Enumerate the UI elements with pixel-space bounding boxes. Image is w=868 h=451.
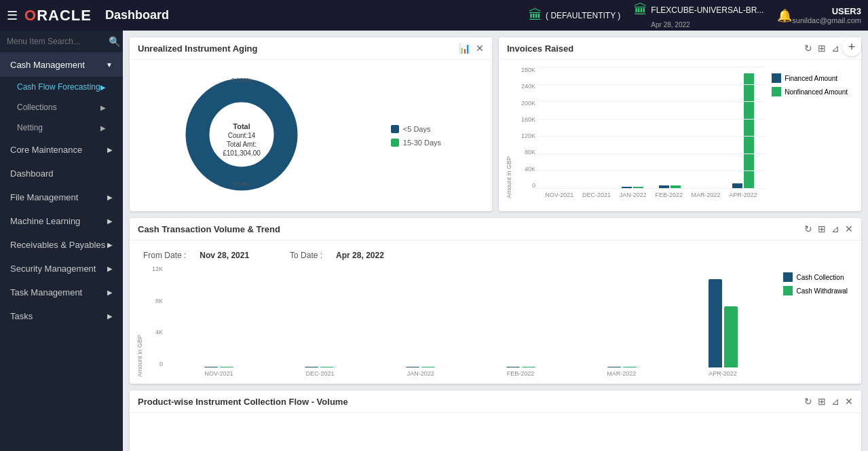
- nonfinanced-color: [772, 87, 781, 96]
- sidebar-item-tasks[interactable]: Tasks ▶: [0, 304, 123, 328]
- close-icon[interactable]: ✕: [476, 43, 484, 54]
- entity1-block[interactable]: 🏛 ( DEFAULTENTITY ): [529, 7, 620, 23]
- cash-management-arrow: ▼: [106, 61, 113, 69]
- filter-icon-ct[interactable]: ⊿: [831, 223, 839, 234]
- cash-collection-label: Cash Collection: [796, 274, 844, 281]
- close-icon-ct[interactable]: ✕: [845, 223, 853, 234]
- invoices-y-axis-label: Amount in GBP: [506, 67, 512, 198]
- product-wise-widget: Product-wise Instrument Collection Flow …: [130, 391, 861, 451]
- search-input[interactable]: [7, 37, 109, 46]
- machine-learning-arrow: ▶: [107, 217, 113, 225]
- entity2-block[interactable]: 🏛 FLEXCUBE-UNIVERSAL-BR... Apr 28, 2022: [634, 2, 763, 29]
- unrealized-aging-header: Unrealized Instrument Aging 📊 ✕: [130, 37, 492, 60]
- donut-container: 0.198% Total Count:14 Total Amt: £101,30…: [136, 67, 485, 204]
- sidebar-item-security-management[interactable]: Security Management ▶: [0, 257, 123, 281]
- bar-jan2022-ct: [406, 367, 435, 367]
- ct-y-axis-label: Amount in GBP: [136, 266, 143, 377]
- bar-withdrawal-jan: [421, 367, 435, 367]
- close-icon-pw[interactable]: ✕: [845, 396, 853, 407]
- x-mar2022-ct: MAR-2022: [607, 370, 636, 377]
- add-widget-button[interactable]: +: [842, 37, 861, 56]
- x-apr2022-ct: APR-2022: [709, 370, 737, 377]
- unrealized-aging-controls: 📊 ✕: [459, 43, 484, 54]
- core-maintenance-label: Core Maintenance: [10, 145, 82, 155]
- bar-feb2022-ct: [506, 367, 535, 367]
- invoices-chart-area: 280K 240K 200K 160K 120K 80K 40K 0: [514, 67, 765, 198]
- bar-withdrawal-nov: [220, 367, 233, 367]
- refresh-icon-ct[interactable]: ↻: [804, 223, 812, 234]
- user-info: USER3 sunildac@gmail.com: [792, 6, 861, 24]
- legend-item-2: 15-30 Days: [391, 139, 441, 147]
- x-nov2021-ct: NOV-2021: [205, 370, 233, 377]
- invoices-chart-container: Amount in GBP: [506, 67, 854, 198]
- filter-icon[interactable]: ⊿: [831, 43, 839, 54]
- grid-icon[interactable]: ⊞: [818, 43, 826, 54]
- grid-icon-ct[interactable]: ⊞: [818, 223, 826, 234]
- entity2-name: FLEXCUBE-UNIVERSAL-BR...: [651, 5, 763, 15]
- invoices-x-labels: NOV-2021 DEC-2021 JAN-2022 FEB-2022 MAR-…: [514, 189, 765, 198]
- sidebar-item-netting[interactable]: Netting ▶: [0, 118, 123, 138]
- task-management-arrow: ▶: [107, 289, 113, 296]
- sidebar-item-cash-flow-forecasting[interactable]: Cash Flow Forecasting ▶: [0, 77, 123, 97]
- bar-collection-dec: [305, 367, 318, 367]
- donut-chart-wrapper: 0.198% Total Count:14 Total Amt: £101,30…: [181, 73, 303, 198]
- bar-withdrawal-apr: [724, 306, 738, 367]
- x-feb2022-ct: FEB-2022: [507, 370, 535, 377]
- bar-withdrawal-dec: [320, 367, 334, 367]
- y-label-120k: 120K: [514, 132, 535, 139]
- security-management-arrow: ▶: [107, 265, 113, 272]
- bar-nonfinanced-dec: [597, 188, 607, 189]
- sidebar-item-task-management[interactable]: Task Management ▶: [0, 281, 123, 304]
- bar-financed-apr: [732, 183, 742, 189]
- cash-transaction-title: Cash Transaction Volume & Trend: [138, 224, 280, 234]
- ct-y-8k: 8K: [145, 297, 163, 304]
- from-date-value: Nov 28, 2021: [200, 251, 249, 260]
- sidebar-item-collections[interactable]: Collections ▶: [0, 97, 123, 118]
- sidebar: 🔍 Cash Management ▼ Cash Flow Forecastin…: [0, 31, 123, 451]
- ct-x-labels: NOV-2021 DEC-2021 JAN-2022 FEB-2022 MAR-…: [145, 367, 776, 377]
- refresh-icon[interactable]: ↻: [804, 43, 812, 54]
- dashboard-label: Dashboard: [10, 168, 54, 179]
- filter-icon-pw[interactable]: ⊿: [831, 396, 839, 407]
- page-title: Dashboard: [105, 8, 529, 22]
- grid-icon-pw[interactable]: ⊞: [818, 396, 826, 407]
- legend-dot-1: [391, 125, 399, 133]
- legend-dot-2: [391, 139, 399, 147]
- cash-transaction-body: From Date : Nov 28, 2021 To Date : Apr 2…: [130, 240, 861, 384]
- unrealized-aging-title: Unrealized Instrument Aging: [138, 43, 257, 54]
- invoices-bars-area: [537, 67, 765, 189]
- bank2-icon: 🏛: [634, 2, 647, 18]
- notification-icon[interactable]: 🔔: [777, 8, 792, 23]
- search-icon[interactable]: 🔍: [109, 36, 120, 47]
- bar-financed-feb: [659, 185, 669, 189]
- hamburger-icon[interactable]: ☰: [7, 8, 18, 23]
- legend-item-1: <5 Days: [391, 125, 441, 133]
- svg-text:£101,304.00: £101,304.00: [223, 149, 261, 157]
- transaction-date-info: From Date : Nov 28, 2021 To Date : Apr 2…: [136, 247, 854, 260]
- sidebar-item-dashboard[interactable]: Dashboard: [0, 162, 123, 185]
- to-date-value: Apr 28, 2022: [336, 251, 384, 260]
- sidebar-item-file-management[interactable]: File Management ▶: [0, 185, 123, 209]
- bar-collection-nov: [204, 367, 218, 367]
- cash-transaction-header: Cash Transaction Volume & Trend ↻ ⊞ ⊿ ✕: [130, 218, 861, 240]
- sidebar-item-receivables-payables[interactable]: Receivables & Payables ▶: [0, 233, 123, 257]
- refresh-icon-pw[interactable]: ↻: [804, 396, 812, 407]
- invoices-raised-body: Amount in GBP: [499, 60, 861, 205]
- x-dec2021-ct: DEC-2021: [306, 370, 335, 377]
- legend-label-2: 15-30 Days: [403, 139, 441, 147]
- financed-label: Financed Amount: [785, 75, 837, 82]
- from-date-label: From Date :: [143, 251, 186, 260]
- bar-jan2022-inv: [622, 187, 643, 189]
- task-management-label: Task Management: [10, 287, 82, 297]
- oracle-logo: ORACLE: [24, 7, 92, 24]
- x-dec2021-inv: DEC-2021: [582, 192, 611, 198]
- bar-chart-icon[interactable]: 📊: [459, 43, 470, 54]
- sidebar-item-cash-management[interactable]: Cash Management ▼: [0, 53, 123, 77]
- entity1-name: ( DEFAULTENTITY ): [546, 11, 620, 20]
- legend-cash-collection: Cash Collection: [783, 272, 848, 282]
- bar-financed-jan: [622, 187, 632, 189]
- sidebar-item-core-maintenance[interactable]: Core Maintenance ▶: [0, 138, 123, 162]
- tasks-arrow: ▶: [107, 312, 113, 320]
- sidebar-item-machine-learning[interactable]: Machine Learning ▶: [0, 209, 123, 233]
- bar-mar2022-inv: [696, 188, 717, 189]
